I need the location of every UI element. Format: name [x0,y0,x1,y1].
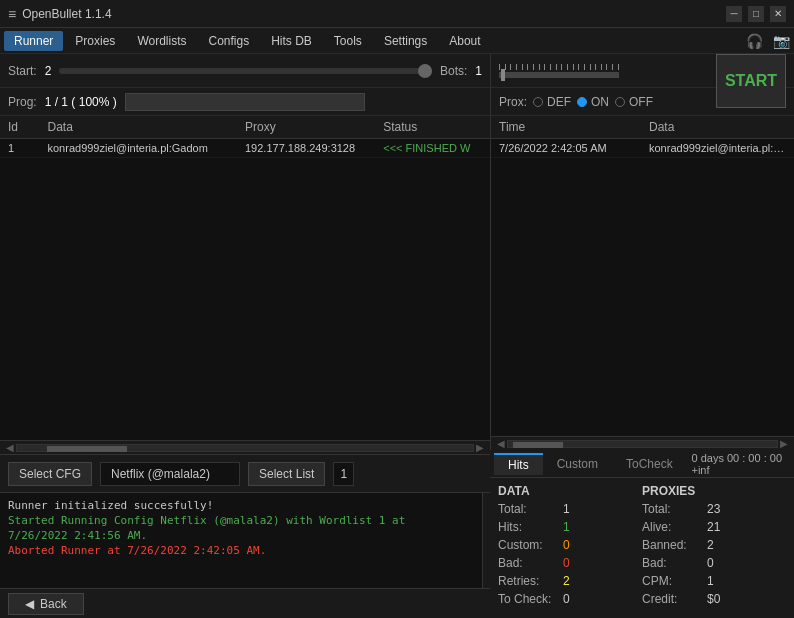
stat-retries: Retries: 2 [498,574,642,588]
stat-retries-label: Retries: [498,574,563,588]
hits-scrollbar-wrap: ◀ ▶ [491,436,794,450]
log-line-2: 7/26/2022 2:41:56 AM. [8,529,482,542]
maximize-button[interactable]: □ [748,6,764,22]
stat-retries-value: 2 [563,574,570,588]
proxies-stats-col: PROXIES Total: 23 Alive: 21 Banned: 2 Ba… [642,484,786,612]
timer-inf: +inf [691,464,709,476]
hits-col-data: Data [649,120,786,134]
col-id: Id [8,120,48,134]
prox-off-label: OFF [629,95,653,109]
start-value: 2 [45,64,52,78]
results-scrollbar-wrap: ◀ ▶ [0,440,490,454]
scroll-left-icon[interactable]: ◀ [4,442,16,453]
right-side-panel: // Rendered via JS below Prox: DEF ON [490,54,794,618]
menu-item-tools[interactable]: Tools [324,31,372,51]
prox-stat-alive: Alive: 21 [642,520,786,534]
proxies-section-label: PROXIES [642,484,786,498]
bots-slider-container[interactable]: // Rendered via JS below [499,64,619,78]
start-label: Start: [8,64,37,78]
stat-total: Total: 1 [498,502,642,516]
minimize-button[interactable]: ─ [726,6,742,22]
hits-col-time: Time [499,120,649,134]
headset-icon[interactable]: 🎧 [746,33,763,49]
stat-tocheck-label: To Check: [498,592,563,606]
prox-on-label: ON [591,95,609,109]
hits-cell-time: 7/26/2022 2:42:05 AM [499,142,649,154]
tab-timer: 0 days 00 : 00 : 00 +inf [691,452,790,476]
close-button[interactable]: ✕ [770,6,786,22]
table-row[interactable]: 1 konrad999ziel@interia.pl:Gadom 192.177… [0,139,490,158]
menu-item-hitsdb[interactable]: Hits DB [261,31,322,51]
prox-off-radio[interactable] [615,97,625,107]
hits-scroll-left-icon[interactable]: ◀ [495,438,507,449]
menu-item-wordlists[interactable]: Wordlists [127,31,196,51]
prox-def-radio[interactable] [533,97,543,107]
timer-value: 0 days 00 : 00 : 00 [691,452,782,464]
prox-bad-label: Bad: [642,556,707,570]
menu-item-runner[interactable]: Runner [4,31,63,51]
scroll-right-icon[interactable]: ▶ [474,442,486,453]
stat-hits: Hits: 1 [498,520,642,534]
hits-row[interactable]: 7/26/2022 2:42:05 AM konrad999ziel@inter… [491,139,794,158]
col-data: Data [48,120,246,134]
log-line-3: Aborted Runner at 7/26/2022 2:42:05 AM. [8,544,482,557]
menu-item-about[interactable]: About [439,31,490,51]
prox-stat-bad: Bad: 0 [642,556,786,570]
stat-tocheck-value: 0 [563,592,570,606]
prox-banned-label: Banned: [642,538,707,552]
prox-def-group: DEF [533,95,571,109]
start-slider[interactable] [59,68,432,74]
log-scrollbar[interactable] [482,493,490,588]
back-button[interactable]: ◀ Back [8,593,84,615]
prog-value: 1 / 1 ( 100% ) [45,95,117,109]
prog-label: Prog: [8,95,37,109]
hits-table-body: 7/26/2022 2:42:05 AM konrad999ziel@inter… [491,139,794,436]
start-button[interactable]: START [716,54,786,108]
stat-total-value: 1 [563,502,570,516]
prox-cpm-value: 1 [707,574,714,588]
select-cfg-button[interactable]: Select CFG [8,462,92,486]
stat-custom-value: 0 [563,538,570,552]
left-side-panel: Start: 2 Bots: 1 Prog: 1 / 1 ( 100% ) Id… [0,54,490,618]
results-hscrollbar[interactable] [16,444,474,452]
stat-custom: Custom: 0 [498,538,642,552]
camera-icon[interactable]: 📷 [773,33,790,49]
prox-credit-value: $0 [707,592,720,606]
hits-hscrollbar[interactable] [507,440,778,448]
hits-table-header: Time Data [491,116,794,139]
window-controls: ─ □ ✕ [726,6,786,22]
tab-tocheck[interactable]: ToCheck [612,454,687,474]
menu-item-configs[interactable]: Configs [199,31,260,51]
stat-custom-label: Custom: [498,538,563,552]
tab-custom[interactable]: Custom [543,454,612,474]
prox-label: Prox: [499,95,527,109]
list-number-display: 1 [333,462,354,486]
prox-alive-label: Alive: [642,520,707,534]
prox-stat-total: Total: 23 [642,502,786,516]
prox-on-radio[interactable] [577,97,587,107]
hits-cell-data: konrad999ziel@interia.pl:Gadc [649,142,786,154]
col-status: Status [383,120,482,134]
bots-label: Bots: [440,64,467,78]
prox-credit-label: Credit: [642,592,707,606]
results-table-body: 1 konrad999ziel@interia.pl:Gadom 192.177… [0,139,490,440]
prox-stat-credit: Credit: $0 [642,592,786,606]
stat-hits-label: Hits: [498,520,563,534]
tab-hits[interactable]: Hits [494,453,543,475]
menu-item-settings[interactable]: Settings [374,31,437,51]
select-list-button[interactable]: Select List [248,462,325,486]
data-stats-col: DATA Total: 1 Hits: 1 Custom: 0 Bad: 0 [498,484,642,612]
stat-bad: Bad: 0 [498,556,642,570]
app-title: OpenBullet 1.1.4 [22,7,726,21]
stat-bad-value: 0 [563,556,570,570]
prox-off-group: OFF [615,95,653,109]
app-icon: ≡ [8,6,16,22]
log-line-1: Started Running Config Netflix (@malala2… [8,514,482,527]
prox-alive-value: 21 [707,520,720,534]
prox-bad-value: 0 [707,556,714,570]
cell-data: konrad999ziel@interia.pl:Gadom [48,142,246,154]
menu-item-proxies[interactable]: Proxies [65,31,125,51]
hits-scroll-right-icon[interactable]: ▶ [778,438,790,449]
prox-cpm-label: CPM: [642,574,707,588]
back-button-row: ◀ Back [0,588,490,618]
